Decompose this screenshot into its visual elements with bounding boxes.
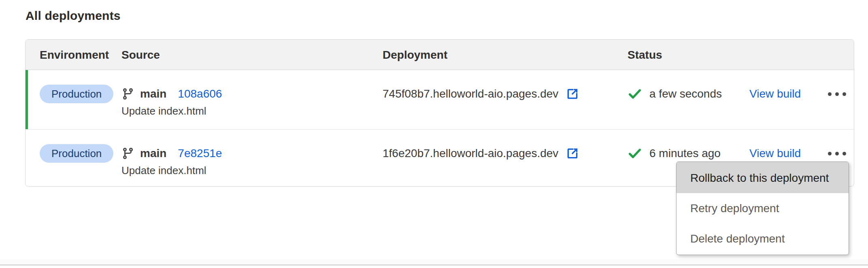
external-link-icon[interactable] — [566, 147, 579, 160]
view-build-link[interactable]: View build — [749, 147, 801, 160]
check-icon — [628, 146, 642, 161]
branch-name: main — [140, 87, 166, 100]
ellipsis-menu-button[interactable] — [826, 148, 848, 160]
check-icon — [628, 87, 642, 101]
row-menu-cell — [826, 85, 848, 103]
menu-item-delete[interactable]: Delete deployment — [677, 223, 849, 254]
column-header-environment: Environment — [40, 40, 109, 70]
footer-band — [0, 259, 868, 264]
commit-message: Update index.html — [121, 164, 206, 177]
context-menu: Rollback to this deployment Retry deploy… — [676, 162, 849, 255]
environment-badge: Production — [40, 144, 113, 163]
table-header: Environment Source Deployment Status — [26, 40, 854, 70]
environment-cell: Production — [40, 144, 113, 163]
view-build-link[interactable]: View build — [749, 87, 801, 100]
deployment-url: 1f6e20b7.helloworld-aio.pages.dev — [383, 147, 558, 160]
status-cell: a few seconds — [628, 85, 722, 103]
deployment-row-current: Production main 108a606 Update index.htm… — [26, 70, 854, 129]
environment-badge: Production — [40, 85, 113, 103]
environment-cell: Production — [40, 85, 113, 103]
view-build-cell: View build — [749, 85, 801, 103]
commit-message: Update index.html — [121, 104, 206, 118]
deployment-url: 745f08b7.helloworld-aio.pages.dev — [383, 87, 558, 100]
commit-link[interactable]: 108a606 — [178, 87, 222, 100]
row-menu-cell — [826, 144, 848, 163]
deployment-cell: 1f6e20b7.helloworld-aio.pages.dev — [383, 144, 579, 163]
column-header-source: Source — [121, 40, 160, 70]
ellipsis-menu-button[interactable] — [826, 88, 848, 100]
current-deployment-indicator — [26, 70, 28, 129]
deployment-cell: 745f08b7.helloworld-aio.pages.dev — [383, 85, 579, 103]
source-cell: main 108a606 Update index.html — [121, 85, 222, 118]
status-time: a few seconds — [649, 87, 722, 100]
git-branch-icon — [121, 147, 134, 160]
menu-item-retry[interactable]: Retry deployment — [677, 193, 849, 223]
branch-name: main — [140, 147, 166, 160]
page-title: All deployments — [26, 9, 121, 23]
menu-item-rollback[interactable]: Rollback to this deployment — [677, 162, 849, 193]
source-cell: main 7e8251e Update index.html — [121, 144, 222, 177]
column-header-status: Status — [628, 40, 662, 70]
commit-link[interactable]: 7e8251e — [178, 147, 222, 160]
footer-divider — [0, 264, 868, 266]
view-build-cell: View build — [749, 144, 801, 163]
status-time: 6 minutes ago — [649, 147, 721, 160]
git-branch-icon — [121, 87, 134, 100]
status-cell: 6 minutes ago — [628, 144, 721, 163]
external-link-icon[interactable] — [566, 87, 579, 101]
column-header-deployment: Deployment — [383, 40, 447, 70]
